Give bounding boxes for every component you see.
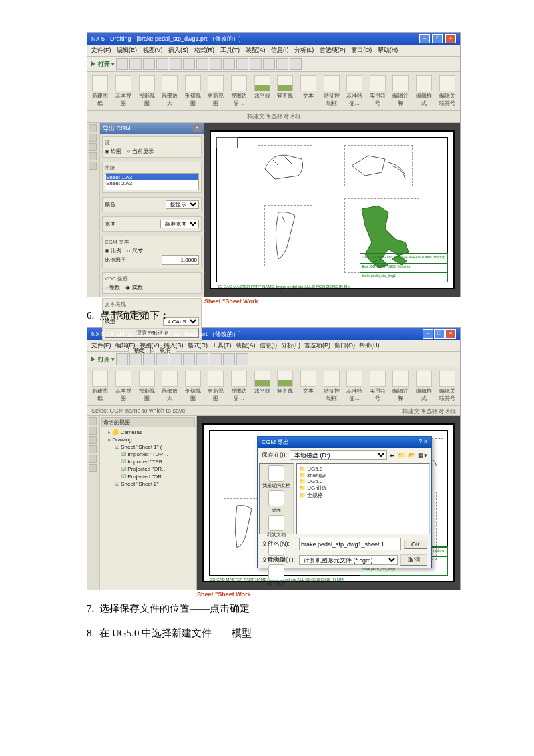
btn-datum[interactable]: 基准特征…	[344, 74, 365, 108]
dialog-ok-button[interactable]: OK	[404, 540, 427, 549]
drawing-canvas[interactable]: CAD DRAWING and model GENERATED after tr…	[197, 416, 460, 590]
menu-file[interactable]: 文件(F)	[91, 47, 111, 53]
orientation-symbol	[216, 137, 238, 148]
save-dialog: CGM 导出? × 保存在(I): 本地磁盘 (D:) ⬅ 📁 📂 ▦▾ 我最近…	[257, 436, 432, 568]
place-desktop[interactable]: 桌面	[268, 490, 284, 514]
radio-int[interactable]: ○ 整数	[105, 285, 120, 291]
btn-new-sheet[interactable]: 新建图纸	[90, 74, 111, 108]
menu-analyze[interactable]: 分析(L)	[294, 47, 314, 53]
filename-input[interactable]	[299, 538, 401, 550]
tree-item[interactable]: Sheet "Sheet 2"	[115, 480, 195, 488]
tool-icon[interactable]	[183, 58, 195, 70]
btn-edit-style[interactable]: 编辑样式	[414, 74, 435, 108]
tool-icon[interactable]	[263, 58, 275, 70]
tree-item[interactable]: Sheet "Sheet 1" (	[115, 443, 195, 451]
btn-section[interactable]: 剖切视图	[183, 74, 204, 108]
color-select[interactable]: 按显示	[166, 200, 199, 209]
btn-base-view[interactable]: 基本视图	[113, 74, 134, 108]
folder-item[interactable]: zhengyi	[299, 472, 427, 478]
tree-item[interactable]: Imported "TOP…	[121, 451, 195, 458]
folder-item[interactable]: UG5.0	[299, 478, 427, 484]
menu-insert[interactable]: 插入(S)	[168, 47, 188, 53]
tree-item[interactable]: Projected "OR…	[121, 473, 195, 480]
radio-size[interactable]: ○ 尺寸	[127, 248, 142, 254]
lookin-select[interactable]: 本地磁盘 (D:)	[290, 450, 387, 460]
close-icon[interactable]: ×	[445, 329, 456, 339]
maximize-icon[interactable]: □	[434, 329, 445, 339]
minimize-icon[interactable]: –	[419, 34, 430, 43]
radio-current[interactable]: ○ 当前显示	[127, 148, 153, 154]
menu-view[interactable]: 视图(V)	[143, 47, 163, 53]
tool-icon[interactable]	[196, 58, 208, 70]
btn-proj-view[interactable]: 投影视图	[136, 74, 157, 108]
file-list[interactable]: UG5.0 zhengyi UG5.0 UG 训练 全规格	[296, 463, 430, 534]
width-select[interactable]: 标准宽度	[160, 220, 199, 228]
place-network[interactable]: 网上邻居	[267, 564, 286, 588]
tree-item[interactable]: Imported "TFR…	[121, 458, 195, 465]
back-icon[interactable]: ⬅	[390, 452, 395, 459]
vdc-label: VDC 坐标	[105, 275, 199, 282]
toolbar-small: ▶ 打开 ▾	[87, 57, 460, 72]
place-docs[interactable]: 我的文档	[267, 515, 286, 538]
btn-edit-note[interactable]: 编辑注释	[390, 74, 411, 108]
folder-item[interactable]: 全规格	[299, 492, 427, 499]
scale-input[interactable]	[162, 255, 199, 265]
menu-prefs[interactable]: 首选项(P)	[320, 47, 346, 53]
sheets-list[interactable]: Sheet 1 A3 Sheet 2 A3	[105, 173, 199, 190]
tree-item[interactable]: Projected "OR…	[121, 465, 195, 473]
tool-icon[interactable]	[170, 58, 182, 70]
menu-help[interactable]: 帮助(H)	[378, 47, 398, 53]
tool-icon[interactable]	[250, 58, 262, 70]
folder-item[interactable]: UG 训练	[299, 484, 427, 492]
dialog-cancel-button[interactable]: 取消	[400, 554, 427, 566]
menu-tools[interactable]: 工具(T)	[220, 47, 240, 53]
views-icon[interactable]: ▦▾	[418, 452, 427, 459]
radio-drawing[interactable]: ◉ 绘图	[105, 148, 121, 154]
tool-icon[interactable]	[223, 58, 235, 70]
btn-detail[interactable]: 局部放大	[160, 74, 180, 108]
maximize-icon[interactable]: □	[432, 34, 443, 43]
menubar[interactable]: 文件(F) 编辑(E) 视图(V) 插入(S) 格式(R) 工具(T) 装配(A…	[87, 45, 460, 57]
menu-info[interactable]: 信息(I)	[271, 47, 289, 53]
tool-icon[interactable]	[156, 58, 168, 70]
menu-assembly[interactable]: 装配(A)	[246, 47, 266, 53]
radio-real[interactable]: ◉ 实数	[125, 285, 142, 291]
start-button[interactable]: 打开	[98, 61, 110, 67]
menu-edit[interactable]: 编辑(E)	[117, 47, 137, 53]
window-title: NX 5 - Drafting - [brake pedal_stp_dwg1.…	[91, 330, 241, 339]
part-navigator[interactable]: 命名的视图 🟡 Cameras Drawing Sheet "Sheet 1" …	[100, 416, 197, 590]
folder-item[interactable]: UG5.0	[299, 466, 427, 472]
btn-hline[interactable]: 水平线	[252, 74, 272, 108]
close-icon[interactable]: ×	[445, 34, 456, 43]
newfolder-icon[interactable]: 📂	[408, 452, 415, 459]
dialog-close-icon[interactable]: ? ×	[419, 438, 427, 447]
btn-boundary[interactable]: 视图边界…	[229, 74, 250, 108]
menu-window[interactable]: 窗口(O)	[351, 47, 372, 53]
btn-fcf[interactable]: 特征控制框	[321, 74, 342, 108]
drawing-canvas[interactable]: CAD DRAWING and model GENERATED after tr…	[204, 123, 460, 297]
btn-text[interactable]: 文本	[298, 74, 319, 108]
tree-root[interactable]: 🟡 Cameras	[108, 429, 195, 436]
tool-icon[interactable]	[290, 58, 302, 70]
tool-icon[interactable]	[276, 58, 288, 70]
place-recent[interactable]: 我最近的文档	[262, 465, 290, 489]
tool-icon[interactable]	[236, 58, 248, 70]
btn-symbol[interactable]: 实用符号	[368, 74, 388, 108]
tool-icon[interactable]	[210, 58, 222, 70]
tool-icon[interactable]	[129, 58, 142, 70]
up-icon[interactable]: 📁	[398, 452, 405, 459]
menu-format[interactable]: 格式(R)	[194, 47, 215, 53]
prompt-text: Select CGM name to which to save	[91, 407, 186, 414]
tool-icon[interactable]	[143, 58, 155, 70]
places-bar: 我最近的文档 桌面 我的文档 我的电脑 网上邻居	[259, 463, 294, 534]
btn-update[interactable]: 更新视图	[206, 74, 226, 108]
filetype-select[interactable]: 计算机图形元文件 (*.cgm)	[299, 555, 398, 565]
panel-close-icon[interactable]: ×	[193, 124, 201, 132]
tree-drawing[interactable]: Drawing	[108, 436, 195, 443]
radio-scale[interactable]: ◉ 比例	[105, 248, 121, 254]
minimize-icon[interactable]: –	[423, 329, 433, 339]
btn-vline[interactable]: 竖直线	[275, 74, 296, 108]
btn-edit-assoc[interactable]: 编辑关联符号	[437, 74, 457, 108]
tool-icon[interactable]	[116, 58, 128, 70]
filetype-label: 文件类型(T):	[262, 556, 296, 564]
